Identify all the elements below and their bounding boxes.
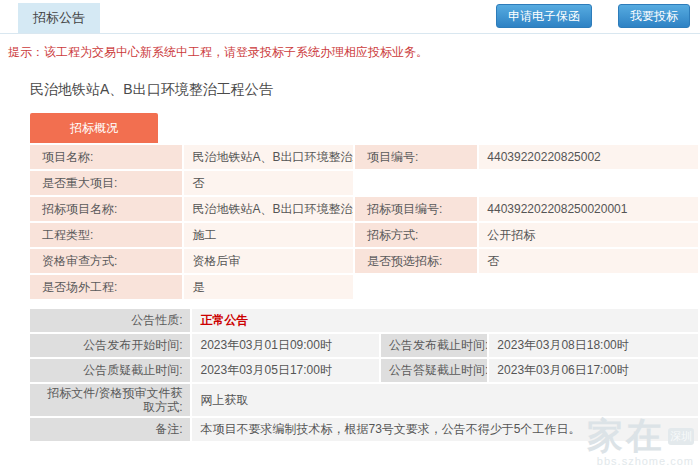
- tab-tender-announcement[interactable]: 招标公告: [18, 3, 100, 33]
- tender-project-no-value: 440392202208250020001: [479, 197, 698, 221]
- tender-project-no-label: 招标项目编号:: [355, 197, 477, 221]
- answer-deadline-value: 2023年03月06日17:00时: [489, 359, 698, 382]
- work-type-value: 施工: [184, 223, 353, 247]
- announcement-nature-value: 正常公告: [192, 309, 698, 332]
- empty-cell: [355, 275, 698, 299]
- offsite-project-value: 是: [184, 275, 353, 299]
- announcement-nature-label: 公告性质:: [30, 309, 190, 332]
- remark-label: 备注:: [30, 418, 190, 441]
- page-header: 招标公告 申请电子保函 我要投标: [0, 0, 700, 34]
- table-row: 资格审查方式: 资格后审 是否预选招标: 否: [30, 249, 698, 273]
- table-row: 公告发布开始时间: 2023年03月01日09:00时 公告发布截止时间: 20…: [30, 334, 698, 357]
- qualification-review-label: 资格审查方式:: [30, 249, 182, 273]
- apply-e-guarantee-button[interactable]: 申请电子保函: [496, 4, 592, 28]
- tender-method-value: 公开招标: [479, 223, 698, 247]
- question-deadline-value: 2023年03月05日17:00时: [192, 359, 379, 382]
- preselect-label: 是否预选招标:: [355, 249, 477, 273]
- bid-button[interactable]: 我要投标: [618, 4, 690, 28]
- offsite-project-label: 是否场外工程:: [30, 275, 182, 299]
- publish-end-value: 2023年03月08日18:00时: [489, 334, 698, 357]
- empty-cell: [355, 171, 698, 195]
- preselect-value: 否: [479, 249, 698, 273]
- work-type-label: 工程类型:: [30, 223, 182, 247]
- table-row: 工程类型: 施工 招标方式: 公开招标: [30, 223, 698, 247]
- table-row: 项目名称: 民治地铁站A、B出口环境整治工程 项目编号: 44039220220…: [30, 145, 698, 169]
- project-name-label: 项目名称:: [30, 145, 182, 169]
- qualification-review-value: 资格后审: [184, 249, 353, 273]
- project-name-value: 民治地铁站A、B出口环境整治工程: [184, 145, 353, 169]
- szhome-watermark: 家在 深圳 bbs.szhome.com: [587, 418, 694, 467]
- table-row: 招标文件/资格预审文件获取方式: 网上获取: [30, 384, 698, 416]
- publish-start-value: 2023年03月01日09:00时: [192, 334, 379, 357]
- table-row: 招标项目名称: 民治地铁站A、B出口环境整治工程 招标项目编号: 4403922…: [30, 197, 698, 221]
- watermark-main-text: 家在: [587, 418, 665, 454]
- publish-start-label: 公告发布开始时间:: [30, 334, 190, 357]
- notice-text: 提示：该工程为交易中心新系统中工程，请登录投标子系统办理相应投标业务。: [8, 44, 700, 61]
- doc-obtain-value: 网上获取: [192, 384, 698, 416]
- tab-tender-overview[interactable]: 招标概况: [30, 113, 158, 143]
- header-buttons: 申请电子保函 我要投标: [496, 4, 690, 33]
- normal-announcement-badge: 正常公告: [200, 313, 248, 327]
- watermark-city-badge: 深圳: [668, 428, 694, 445]
- major-project-label: 是否重大项目:: [30, 171, 182, 195]
- tender-project-name-label: 招标项目名称:: [30, 197, 182, 221]
- table-row: 是否重大项目: 否: [30, 171, 698, 195]
- watermark-site-url: bbs.szhome.com: [587, 455, 694, 467]
- major-project-value: 否: [184, 171, 353, 195]
- project-no-value: 44039220220825002: [479, 145, 698, 169]
- overview-table: 项目名称: 民治地铁站A、B出口环境整治工程 项目编号: 44039220220…: [28, 143, 700, 301]
- question-deadline-label: 公告质疑截止时间:: [30, 359, 190, 382]
- tender-project-name-value: 民治地铁站A、B出口环境整治工程: [184, 197, 353, 221]
- table-row: 是否场外工程: 是: [30, 275, 698, 299]
- doc-obtain-label: 招标文件/资格预审文件获取方式:: [30, 384, 190, 416]
- publish-end-label: 公告发布截止时间:: [381, 334, 487, 357]
- tender-method-label: 招标方式:: [355, 223, 477, 247]
- answer-deadline-label: 公告答疑截止时间:: [381, 359, 487, 382]
- project-no-label: 项目编号:: [355, 145, 477, 169]
- table-row: 公告性质: 正常公告: [30, 309, 698, 332]
- table-row: 公告质疑截止时间: 2023年03月05日17:00时 公告答疑截止时间: 20…: [30, 359, 698, 382]
- page-title: 民治地铁站A、B出口环境整治工程公告: [30, 81, 700, 99]
